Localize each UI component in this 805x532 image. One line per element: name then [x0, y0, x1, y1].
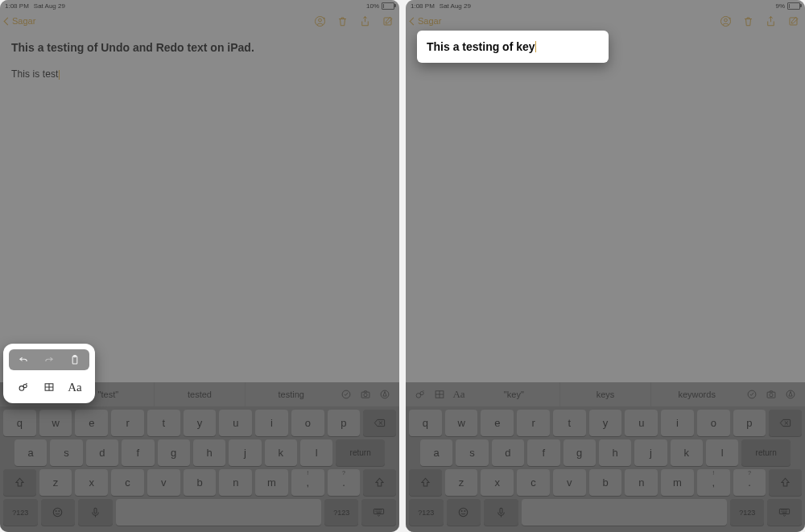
key-i[interactable]: i [255, 410, 288, 436]
paste-icon[interactable] [64, 351, 85, 369]
key-j[interactable]: j [229, 439, 261, 466]
back-button[interactable]: Sagar [411, 16, 441, 26]
key-a[interactable]: a [420, 439, 452, 466]
key-w[interactable]: w [445, 410, 478, 436]
key-n[interactable]: n [219, 469, 252, 496]
key-dismiss[interactable] [361, 499, 396, 526]
key-dismiss[interactable] [767, 499, 802, 526]
key-u[interactable]: u [625, 410, 658, 436]
key-g[interactable]: g [564, 439, 596, 466]
key-shift-right[interactable] [769, 469, 802, 496]
key-emoji[interactable] [447, 499, 481, 526]
key-numbers[interactable]: ?123 [409, 499, 444, 526]
key-z[interactable]: z [39, 469, 72, 496]
key-z[interactable]: z [445, 469, 478, 496]
key-w[interactable]: w [39, 410, 72, 436]
key-backspace[interactable] [363, 410, 396, 436]
key-l[interactable]: l [300, 439, 332, 466]
key-comma[interactable]: !, [291, 469, 324, 496]
key-y[interactable]: y [184, 410, 217, 436]
key-q[interactable]: q [3, 410, 36, 436]
back-button[interactable]: Sagar [5, 16, 35, 26]
key-t[interactable]: t [553, 410, 586, 436]
key-space[interactable] [522, 499, 727, 526]
key-r[interactable]: r [111, 410, 144, 436]
suggestion-2[interactable]: tested [154, 382, 246, 406]
key-b[interactable]: b [589, 469, 622, 496]
key-shift[interactable] [409, 469, 442, 496]
key-p[interactable]: p [328, 410, 361, 436]
format-icon[interactable]: Aa [449, 388, 469, 401]
camera-icon[interactable] [762, 389, 781, 400]
table-icon-popup[interactable] [39, 378, 60, 396]
collaborate-icon[interactable] [312, 14, 327, 28]
key-p[interactable]: p [733, 410, 766, 436]
checklist-icon[interactable] [742, 389, 762, 400]
key-o[interactable]: o [291, 410, 324, 436]
key-c[interactable]: c [517, 469, 550, 496]
key-return[interactable]: return [741, 439, 791, 466]
suggestion-3[interactable]: testing [245, 382, 336, 406]
key-numbers-right[interactable]: ?123 [324, 499, 359, 526]
collaborate-icon[interactable] [718, 14, 733, 28]
key-i[interactable]: i [661, 410, 694, 436]
key-c[interactable]: c [111, 469, 144, 496]
key-numbers-right[interactable]: ?123 [730, 499, 765, 526]
trash-icon[interactable] [741, 14, 755, 28]
redo-icon[interactable] [39, 351, 60, 369]
key-comma[interactable]: !, [697, 469, 730, 496]
undo-icon[interactable] [13, 351, 34, 369]
key-k[interactable]: k [671, 439, 703, 466]
share-icon[interactable] [763, 14, 778, 28]
camera-icon[interactable] [356, 389, 375, 400]
note-content[interactable]: This a testing of Undo and Redo text on … [0, 36, 399, 85]
key-h[interactable]: h [193, 439, 225, 466]
compose-icon[interactable] [380, 14, 394, 28]
key-x[interactable]: x [481, 469, 514, 496]
key-m[interactable]: m [255, 469, 288, 496]
key-return[interactable]: return [336, 439, 385, 466]
key-t[interactable]: t [147, 410, 180, 436]
key-e[interactable]: e [75, 410, 108, 436]
key-f[interactable]: f [122, 439, 154, 466]
key-s[interactable]: s [456, 439, 488, 466]
key-emoji[interactable] [41, 499, 76, 526]
key-s[interactable]: s [50, 439, 82, 466]
key-q[interactable]: q [409, 410, 442, 436]
key-f[interactable]: f [527, 439, 559, 466]
suggestion-2[interactable]: keys [559, 382, 651, 406]
suggestion-1[interactable]: "key" [469, 382, 559, 406]
key-r[interactable]: r [517, 410, 550, 436]
key-backspace[interactable] [769, 410, 802, 436]
key-k[interactable]: k [265, 439, 297, 466]
key-n[interactable]: n [625, 469, 658, 496]
note-title-highlight[interactable]: This a testing of key [417, 31, 609, 63]
checklist-icon[interactable] [336, 389, 356, 400]
key-d[interactable]: d [492, 439, 524, 466]
key-period[interactable]: ?. [328, 469, 361, 496]
markup-icon[interactable] [375, 389, 394, 400]
key-b[interactable]: b [184, 469, 217, 496]
key-period[interactable]: ?. [733, 469, 766, 496]
key-mic[interactable] [484, 499, 518, 526]
key-space[interactable] [116, 499, 321, 526]
share-icon[interactable] [357, 14, 372, 28]
key-numbers[interactable]: ?123 [3, 499, 38, 526]
markup-icon[interactable] [781, 389, 800, 400]
key-m[interactable]: m [661, 469, 694, 496]
key-l[interactable]: l [706, 439, 738, 466]
key-g[interactable]: g [158, 439, 190, 466]
key-mic[interactable] [78, 499, 113, 526]
table-icon[interactable] [430, 389, 449, 400]
shortcut-menu-icon-popup[interactable] [13, 378, 34, 396]
key-shift[interactable] [3, 469, 36, 496]
key-h[interactable]: h [599, 439, 631, 466]
shortcut-menu-icon[interactable] [411, 389, 430, 400]
key-shift-right[interactable] [363, 469, 396, 496]
key-v[interactable]: v [553, 469, 586, 496]
key-y[interactable]: y [589, 410, 622, 436]
key-x[interactable]: x [75, 469, 108, 496]
key-d[interactable]: d [86, 439, 118, 466]
key-a[interactable]: a [14, 439, 47, 466]
format-icon-popup[interactable]: Aa [64, 378, 85, 396]
